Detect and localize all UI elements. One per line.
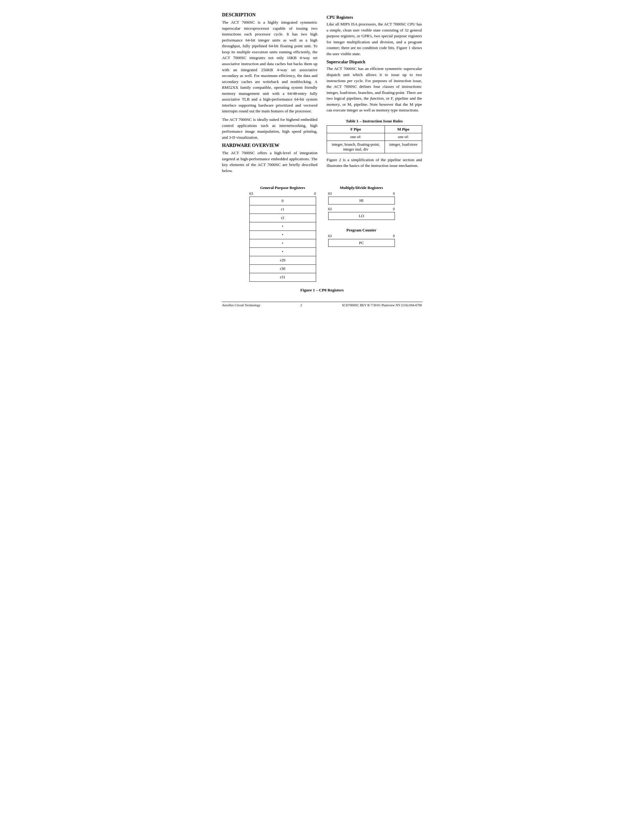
table-header-mpipe: M Pipe	[385, 125, 422, 133]
footer-doc-info: SCD7000SC REV B 7/30/01 Plainview NY (51…	[342, 303, 422, 307]
gpr-bit-high: 63	[250, 191, 253, 196]
description-title: DESCRIPTION	[222, 12, 317, 18]
gpr-bit-low: 0	[314, 191, 316, 196]
figure-caption: Figure 1 – CP0 Registers	[222, 288, 422, 293]
gpr-bit-labels: 63 0	[250, 191, 316, 196]
superscalar-dispatch-title: Superscalar Dispatch	[327, 60, 422, 64]
description-para-1: The ACT 7000SC is a highly integrated sy…	[222, 19, 317, 114]
gpr-row-dot1: •	[250, 222, 316, 230]
gpr-row-r1: r1	[250, 205, 316, 214]
lo-bit-low: 0	[393, 207, 395, 211]
gpr-group: General Purpose Registers 63 0 0 r1 r2 •…	[250, 185, 316, 282]
gpr-row-dot3: •	[250, 239, 316, 248]
pc-title: Program Counter	[328, 228, 395, 233]
gpr-row-dot2: •	[250, 230, 316, 239]
table-row: r31	[250, 273, 316, 281]
hardware-overview-para: The ACT 7000SC offers a high-level of in…	[222, 150, 317, 174]
main-content: DESCRIPTION The ACT 7000SC is a highly i…	[222, 12, 422, 176]
hardware-overview-title: HARDWARE OVERVIEW	[222, 143, 317, 148]
table-cell-fpipe-oneof: one of:	[327, 133, 385, 141]
right-column: CPU Registers Like all MIPS ISA processo…	[327, 12, 422, 176]
footer-page-number: 2	[300, 303, 302, 307]
gpr-row-dot4: •	[250, 248, 316, 256]
footer-company: Aeroflex Circuit Technology	[222, 303, 261, 307]
table-cell-fpipe-instructions: integer, branch, floating-point,integer …	[327, 141, 385, 153]
gpr-row-r2: r2	[250, 214, 316, 222]
gpr-table: 0 r1 r2 • • • • r29 r30 r31	[250, 196, 316, 282]
lo-bit-high: 63	[328, 207, 332, 211]
right-registers: Multiply/Divide Registers 63 0 HI 63 0 L…	[328, 185, 395, 247]
table-row: r30	[250, 264, 316, 273]
pc-bit-low: 0	[393, 234, 395, 238]
pc-bit-labels: 63 0	[328, 234, 395, 238]
program-counter-group: Program Counter 63 0 PC	[328, 228, 395, 247]
hi-bit-labels: 63 0	[328, 191, 395, 196]
pc-bit-high: 63	[328, 234, 332, 238]
gpr-row-0: 0	[250, 196, 316, 205]
description-para-2: The ACT 7000SC is ideally suited for hig…	[222, 117, 317, 140]
gpr-row-r29: r29	[250, 256, 316, 264]
table-title: Table 1 – Instruction Issue Rules	[327, 119, 422, 124]
table-row: r2	[250, 214, 316, 222]
lo-bit-labels: 63 0	[328, 207, 395, 211]
multiply-divide-group: Multiply/Divide Registers 63 0 HI 63 0 L…	[328, 185, 395, 220]
footer-right: SCD7000SC REV B 7/30/01 Plainview NY (51…	[342, 303, 422, 307]
figure-note: Figure 2 is a simplification of the pipe…	[327, 157, 422, 169]
table-row: one of: one of:	[327, 133, 422, 141]
hi-bit-high: 63	[328, 191, 332, 196]
hi-register-box: HI	[328, 196, 395, 204]
footer: Aeroflex Circuit Technology 2 SCD7000SC …	[222, 302, 422, 307]
footer-left: Aeroflex Circuit Technology	[222, 303, 261, 307]
table-row: •	[250, 230, 316, 239]
superscalar-dispatch-para: The ACT 7000SC has an efficient symmetri…	[327, 66, 422, 113]
table-row: •	[250, 248, 316, 256]
lo-register-box: LO	[328, 212, 395, 220]
pc-register-box: PC	[328, 239, 395, 247]
table-cell-mpipe-instructions: integer, load/store	[385, 141, 422, 153]
table-row: r1	[250, 205, 316, 214]
instruction-issue-table: F Pipe M Pipe one of: one of: integer, b…	[327, 125, 422, 153]
md-title: Multiply/Divide Registers	[328, 185, 395, 190]
table-row: 0	[250, 196, 316, 205]
cpu-registers-title: CPU Registers	[327, 15, 422, 20]
figure-area: General Purpose Registers 63 0 0 r1 r2 •…	[222, 185, 422, 282]
cpu-registers-para: Like all MIPS ISA processors, the ACT 70…	[327, 21, 422, 57]
hi-bit-low: 0	[393, 191, 395, 196]
footer-center: 2	[300, 303, 302, 307]
gpr-title: General Purpose Registers	[260, 185, 305, 190]
gpr-row-r31: r31	[250, 273, 316, 281]
page: DESCRIPTION The ACT 7000SC is a highly i…	[222, 12, 422, 307]
table-row: •	[250, 239, 316, 248]
lo-register: 63 0 LO	[328, 207, 395, 220]
table-row: r29	[250, 256, 316, 264]
left-column: DESCRIPTION The ACT 7000SC is a highly i…	[222, 12, 317, 176]
table-row: integer, branch, floating-point,integer …	[327, 141, 422, 153]
table-header-fpipe: F Pipe	[327, 125, 385, 133]
gpr-row-r30: r30	[250, 264, 316, 273]
table-row: •	[250, 222, 316, 230]
hi-register: 63 0 HI	[328, 191, 395, 204]
table-cell-mpipe-oneof: one of:	[385, 133, 422, 141]
